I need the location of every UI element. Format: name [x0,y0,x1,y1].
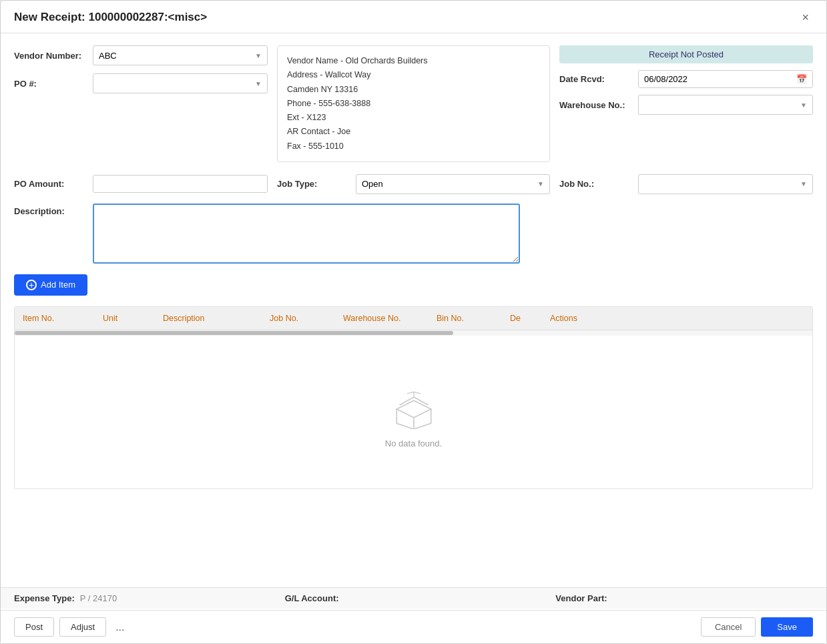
po-number-arrow-icon: ▼ [255,80,262,87]
vendor-part-label: Vendor Part: [555,593,607,603]
col-warehouse-no: Warehouse No. [335,307,429,330]
vendor-ext: Ext - X123 [287,111,540,125]
vendor-info-box: Vendor Name - Old Orchards Builders Addr… [277,45,550,162]
add-item-button[interactable]: + Add Item [14,274,87,296]
more-options-button[interactable]: ... [111,619,128,636]
modal-header: New Receipt: 100000002287:<misc> × [1,1,826,33]
col-actions: Actions [542,307,812,330]
warehouse-no-arrow-icon: ▼ [800,101,807,109]
modal-body: Vendor Number: ABC ▼ PO #: ▼ Vendor Name [1,33,826,643]
description-label: Description: [14,204,87,264]
description-textarea[interactable] [93,204,520,264]
job-no-arrow-icon: ▼ [800,180,807,188]
po-amount-input[interactable] [93,175,268,193]
footer-actions-bar: Post Adjust ... Cancel Save [1,610,826,643]
footer-info-bar: Expense Type: P / 24170 G/L Account: Ven… [1,587,826,609]
vendor-city: Camden NY 13316 [287,83,540,97]
table-scrollbar-track[interactable] [15,330,812,336]
col-item-no: Item No. [15,307,95,330]
form-right-column: Receipt Not Posted Date Rcvd: 📅 Warehous… [559,45,813,162]
job-no-select[interactable]: ▼ [638,174,813,194]
job-type-row: Job Type: Open ▼ [277,174,550,194]
vendor-part-item: Vendor Part: [555,593,813,603]
vendor-fax: Fax - 555-1010 [287,139,540,153]
col-job-no: Job No. [262,307,335,330]
po-number-select[interactable]: ▼ [93,73,268,93]
footer-left-buttons: Post Adjust ... [14,617,129,637]
warehouse-no-label: Warehouse No.: [559,100,633,110]
table-empty-state: No data found. [15,336,812,489]
svg-marker-0 [396,400,431,418]
col-de: De [502,307,542,330]
form-middle-section: PO Amount: Job Type: Open ▼ Job No.: ▼ [14,174,813,194]
vendor-number-label: Vendor Number: [14,51,87,61]
adjust-button[interactable]: Adjust [59,617,106,637]
vendor-name: Vendor Name - Old Orchards Builders [287,54,540,68]
date-rcvd-input-wrapper[interactable]: 📅 [638,70,813,88]
po-number-row: PO #: ▼ [14,73,268,93]
job-no-row: Job No.: ▼ [559,174,813,194]
post-button[interactable]: Post [14,617,54,637]
expense-type-label: Expense Type: [14,593,75,603]
po-amount-label: PO Amount: [14,179,87,189]
items-table: Item No. Unit Description Job No. Wareho… [14,306,813,489]
gl-account-label: G/L Account: [285,593,339,603]
vendor-address: Address - Wallcot Way [287,68,540,82]
col-bin-no: Bin No. [429,307,502,330]
col-description: Description [155,307,262,330]
job-no-label: Job No.: [559,179,633,189]
calendar-icon[interactable]: 📅 [791,71,812,87]
footer-right-buttons: Cancel Save [701,617,813,637]
close-button[interactable]: × [798,10,813,25]
modal-title: New Receipt: 100000002287:<misc> [14,11,207,24]
po-amount-row: PO Amount: [14,175,268,193]
expense-type-item: Expense Type: P / 24170 [14,593,272,603]
expense-type-value: P / 24170 [80,593,117,603]
date-rcvd-label: Date Rcvd: [559,74,633,84]
new-receipt-modal: New Receipt: 100000002287:<misc> × Vendo… [0,0,827,644]
form-top-section: Vendor Number: ABC ▼ PO #: ▼ Vendor Name [14,45,813,162]
warehouse-no-row: Warehouse No.: ▼ [559,95,813,115]
warehouse-no-select[interactable]: ▼ [638,95,813,115]
save-button[interactable]: Save [761,617,813,637]
job-type-select[interactable]: Open ▼ [356,174,550,194]
plus-circle-icon: + [26,280,37,290]
vendor-number-row: Vendor Number: ABC ▼ [14,45,268,65]
date-rcvd-input[interactable] [639,71,791,87]
vendor-number-arrow-icon: ▼ [255,52,262,59]
col-unit: Unit [95,307,155,330]
empty-state-text: No data found. [385,438,442,448]
job-type-label: Job Type: [277,179,350,189]
date-rcvd-row: Date Rcvd: 📅 [559,70,813,88]
vendor-number-value: ABC [99,51,117,61]
description-row: Description: [14,204,813,264]
form-left-column: Vendor Number: ABC ▼ PO #: ▼ [14,45,268,162]
receipt-status-badge: Receipt Not Posted [559,45,813,63]
vendor-phone: Phone - 555-638-3888 [287,97,540,111]
vendor-number-select[interactable]: ABC ▼ [93,45,268,65]
table-scrollbar-thumb [15,331,453,335]
gl-account-item: G/L Account: [285,593,543,603]
cancel-button[interactable]: Cancel [701,617,756,637]
table-header: Item No. Unit Description Job No. Wareho… [15,307,812,330]
job-type-value: Open [362,179,383,189]
po-number-label: PO #: [14,79,87,89]
vendor-ar-contact: AR Contact - Joe [287,125,540,139]
empty-box-icon [390,389,437,429]
add-item-label: Add Item [41,280,75,290]
job-type-arrow-icon: ▼ [537,180,544,188]
